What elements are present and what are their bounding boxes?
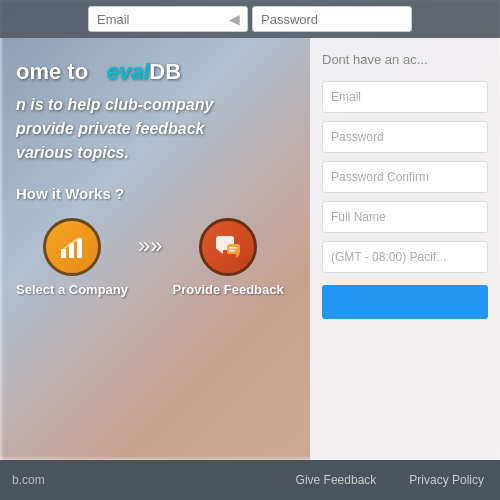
password-input-wrap — [252, 6, 412, 32]
footer-brand: b.com — [0, 473, 279, 487]
signup-fullname-field[interactable]: Full Name — [322, 201, 488, 233]
signup-panel: Dont have an ac... Email Password Passwo… — [310, 38, 500, 460]
signup-password-field[interactable]: Password — [322, 121, 488, 153]
give-feedback-link[interactable]: Give Feedback — [279, 473, 393, 487]
top-email-input[interactable] — [88, 6, 248, 32]
svg-rect-5 — [227, 244, 240, 254]
user-icon: ◀ — [229, 11, 240, 27]
step-company-label: Select a Company — [16, 282, 128, 297]
feedback-icon — [199, 218, 257, 276]
step-provide-feedback: Provide Feedback — [172, 218, 283, 297]
signup-fullname-label: Full Name — [331, 210, 386, 224]
signup-title: Dont have an ac... — [322, 52, 488, 69]
welcome-prefix: ome to — [16, 59, 100, 84]
chat-icon — [213, 232, 243, 262]
svg-marker-6 — [236, 254, 240, 258]
signup-email-field[interactable]: Email — [322, 81, 488, 113]
signup-email-label: Email — [331, 90, 361, 104]
company-icon — [43, 218, 101, 276]
privacy-policy-link[interactable]: Privacy Policy — [392, 473, 500, 487]
footer-links: Give Feedback Privacy Policy — [279, 473, 500, 487]
svg-rect-2 — [77, 238, 82, 258]
signup-password-confirm-label: Password Confirm — [331, 170, 429, 184]
top-password-input[interactable] — [252, 6, 412, 32]
svg-marker-4 — [218, 250, 223, 254]
brand-db: DB — [149, 59, 181, 84]
signup-timezone-field[interactable]: (GMT - 08:00) Pacif... — [322, 241, 488, 273]
chart-icon — [58, 233, 86, 261]
svg-rect-7 — [229, 247, 237, 249]
signup-password-label: Password — [331, 130, 384, 144]
signup-timezone-label: (GMT - 08:00) Pacif... — [331, 250, 446, 264]
svg-rect-8 — [229, 250, 235, 252]
top-login-bar: ◀ — [0, 0, 500, 38]
signup-password-confirm-field[interactable]: Password Confirm — [322, 161, 488, 193]
brand-eval: eval — [106, 59, 149, 84]
step-arrow: »» — [138, 233, 162, 259]
footer: b.com Give Feedback Privacy Policy — [0, 460, 500, 500]
email-input-wrap: ◀ — [88, 6, 248, 32]
signup-button[interactable] — [322, 285, 488, 319]
step-feedback-label: Provide Feedback — [172, 282, 283, 297]
step-select-company: Select a Company — [16, 218, 128, 297]
svg-rect-0 — [61, 249, 66, 258]
